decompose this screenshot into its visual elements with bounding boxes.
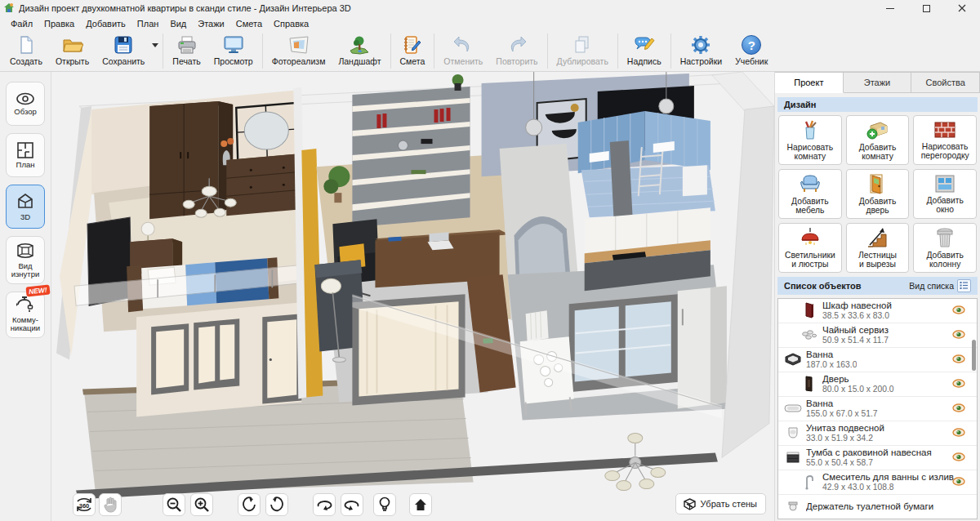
save-dropdown-arrow-icon[interactable] xyxy=(152,43,158,47)
open-button[interactable]: Открыть xyxy=(49,32,96,70)
landscape-button[interactable]: Ландшафт xyxy=(332,32,387,70)
stairs-button[interactable]: Лестницы и вырезы xyxy=(846,223,910,273)
visibility-eye-icon[interactable] xyxy=(952,330,965,341)
list-item[interactable]: Смеситель для ванны с изливом42.9 x 43.0… xyxy=(778,470,977,495)
orbit-left-icon xyxy=(315,498,333,511)
list-item[interactable]: Чайный сервиз50.9 x 51.4 x 11.7 xyxy=(778,323,977,348)
visibility-eye-icon[interactable] xyxy=(952,379,965,390)
svg-text:360: 360 xyxy=(79,502,90,510)
tab-properties[interactable]: Свойства xyxy=(911,72,980,93)
paper-holder-icon xyxy=(783,501,803,511)
add-door-button[interactable]: Добавить дверь xyxy=(846,169,910,219)
list-view-toggle-button[interactable] xyxy=(957,279,971,292)
draw-partition-icon xyxy=(933,120,956,140)
menu-estimate[interactable]: Смета xyxy=(230,17,268,30)
home-view-button[interactable] xyxy=(409,493,432,516)
viewport-toolbar: 360 xyxy=(73,493,432,516)
draw-room-icon xyxy=(800,119,821,140)
menu-edit[interactable]: Правка xyxy=(38,17,80,30)
new-button[interactable]: Создать xyxy=(3,32,49,70)
add-window-button[interactable]: Добавить окно xyxy=(913,169,977,219)
scrollbar-thumb[interactable] xyxy=(972,340,976,371)
orbit-left-button[interactable] xyxy=(313,493,336,516)
list-item[interactable]: Ванна155.0 x 67.0 x 51.7 xyxy=(778,397,977,421)
menu-file[interactable]: Файл xyxy=(5,17,38,30)
estimate-button[interactable]: Смета xyxy=(394,32,432,70)
orbit-right-button[interactable] xyxy=(341,493,363,516)
minimize-button[interactable] xyxy=(872,0,908,16)
lighting-button[interactable] xyxy=(373,493,396,516)
add-column-button[interactable]: Добавить колонну xyxy=(913,223,977,273)
draw-room-button[interactable]: Нарисовать комнату xyxy=(778,115,842,165)
pan-button[interactable] xyxy=(99,493,122,516)
menu-view[interactable]: Вид xyxy=(164,17,192,30)
remove-walls-button[interactable]: Убрать стены xyxy=(675,493,766,514)
object-name: Тумба с раковиной навесная xyxy=(806,448,932,458)
close-button[interactable] xyxy=(944,0,980,16)
visibility-eye-icon[interactable] xyxy=(952,477,965,488)
maximize-button[interactable] xyxy=(908,0,944,16)
eye-icon xyxy=(16,91,35,106)
sidebar-item-3d[interactable]: 3D xyxy=(6,185,45,229)
redo-icon xyxy=(506,34,528,56)
rotate-up-button[interactable] xyxy=(238,493,261,516)
rotate-down-button[interactable] xyxy=(265,493,288,516)
object-list-scrollbar[interactable] xyxy=(971,301,976,517)
visibility-eye-icon[interactable] xyxy=(952,428,965,439)
zoom-in-button[interactable] xyxy=(190,493,213,516)
sidebar-item-interior-view[interactable]: Вид изнутри xyxy=(6,236,45,284)
tab-floors[interactable]: Этажи xyxy=(844,72,912,93)
object-list-header-label: Список объектов xyxy=(784,281,861,291)
object-dims: 55.0 x 50.4 x 58.7 xyxy=(806,458,932,467)
undo-button[interactable]: Отменить xyxy=(437,32,489,70)
tab-project[interactable]: Проект xyxy=(775,72,844,93)
list-item[interactable]: Унитаз подвесной33.0 x 51.9 x 34.2 xyxy=(778,421,977,446)
preview-button[interactable]: Просмотр xyxy=(207,32,260,70)
undo-icon xyxy=(452,34,474,56)
visibility-eye-icon[interactable] xyxy=(952,305,965,317)
list-item[interactable]: Ванна187.0 x 163.0 xyxy=(778,348,977,372)
title-bar: Дизайн проект двухкомнатной квартиры в с… xyxy=(0,0,980,16)
object-dims: 33.0 x 51.9 x 34.2 xyxy=(806,434,884,443)
rotate-360-button[interactable]: 360 xyxy=(73,493,96,516)
list-item[interactable]: Шкаф навесной38.5 x 33.6 x 83.0 xyxy=(778,299,977,323)
3d-viewport[interactable]: 360 xyxy=(51,72,774,521)
visibility-eye-icon[interactable] xyxy=(952,452,965,464)
menu-plan[interactable]: План xyxy=(131,17,165,30)
add-column-icon xyxy=(934,227,956,248)
lights-button[interactable]: Светильники и люстры xyxy=(778,223,842,273)
visibility-eye-icon[interactable] xyxy=(952,403,965,415)
print-button[interactable]: Печать xyxy=(166,32,207,70)
sidebar-item-communications[interactable]: NEW! Комму- никации xyxy=(6,292,45,338)
remove-walls-icon xyxy=(683,498,697,510)
annotation-button[interactable]: Надпись xyxy=(621,32,668,70)
right-panel: Проект Этажи Свойства Дизайн Нарисовать … xyxy=(774,72,980,521)
design-section-header: Дизайн xyxy=(777,97,978,112)
menu-add[interactable]: Добавить xyxy=(80,17,131,30)
add-room-button[interactable]: Добавить комнату xyxy=(846,115,910,165)
save-button[interactable]: Сохранить xyxy=(96,32,151,67)
visibility-eye-icon[interactable] xyxy=(952,354,965,366)
object-dims: 50.9 x 51.4 x 11.7 xyxy=(822,336,889,345)
list-item[interactable]: Тумба с раковиной навесная55.0 x 50.4 x … xyxy=(778,446,977,470)
photorealism-button[interactable]: Фотореализм xyxy=(265,32,332,70)
home-icon xyxy=(413,497,428,512)
list-item[interactable]: Держатель туалетной бумаги xyxy=(778,495,977,519)
object-name: Унитаз подвесной xyxy=(806,423,884,434)
settings-button[interactable]: Настройки xyxy=(674,32,729,70)
toolbar-separator xyxy=(670,33,671,69)
redo-button[interactable]: Повторить xyxy=(489,32,544,70)
tutorial-button[interactable]: ? Учебник xyxy=(728,32,774,70)
sidebar-item-plan[interactable]: План xyxy=(6,133,45,177)
menu-floors[interactable]: Этажи xyxy=(192,17,229,30)
light-bulb-icon xyxy=(378,497,391,513)
draw-partition-button[interactable]: Нарисовать перегородку xyxy=(913,115,977,165)
list-item[interactable]: Дверь80.0 x 15.0 x 200.0 xyxy=(778,372,977,397)
zoom-out-button[interactable] xyxy=(163,493,185,516)
sidebar-item-overview[interactable]: Обзор xyxy=(6,82,45,126)
menu-help[interactable]: Справка xyxy=(268,17,314,30)
toolbar-separator xyxy=(547,33,548,69)
add-furniture-button[interactable]: Добавить мебель xyxy=(778,169,842,219)
corner-bath-icon xyxy=(783,353,803,366)
duplicate-button[interactable]: Дублировать xyxy=(550,32,615,70)
